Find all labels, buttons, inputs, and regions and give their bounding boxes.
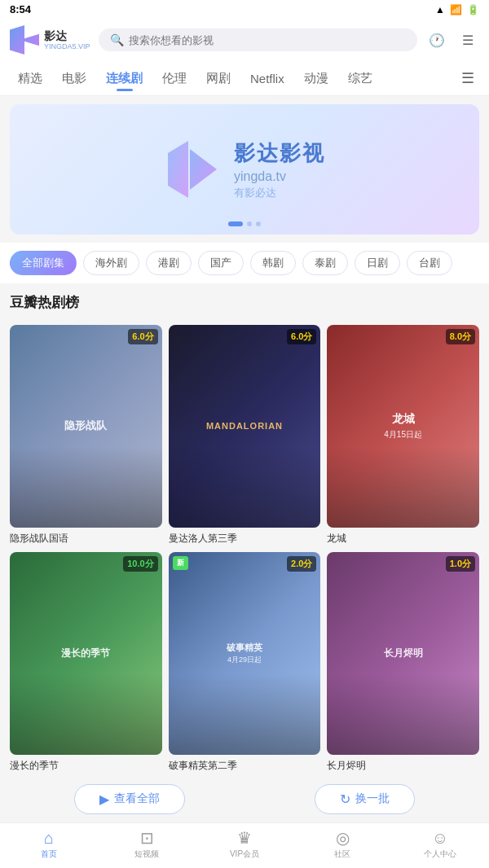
nav-tabs: 精选 电影 连续剧 伦理 网剧 Netflix 动漫 综艺 ☰ (0, 61, 489, 96)
banner-url: yingda.tv (234, 169, 325, 184)
nav-profile[interactable]: ☺ 个人中心 (391, 823, 489, 868)
banner-logo-icon (164, 141, 221, 198)
movie-thumb-4: 漫长的季节 10.0分 (10, 552, 162, 755)
logo-sub: YINGDA5.VIP (44, 42, 90, 50)
home-icon: ⌂ (44, 830, 54, 846)
score-4: 10.0分 (123, 556, 157, 572)
dot-2 (247, 221, 252, 226)
movie-thumb-2: MANDALORIAN 6.0分 (169, 325, 321, 528)
nav-shorts[interactable]: ⊡ 短视频 (98, 823, 196, 868)
bottom-nav: ⌂ 首页 ⊡ 短视频 ♛ VIP会员 ◎ 社区 ☺ 个人中心 (0, 822, 489, 868)
filter-han[interactable]: 韩剧 (250, 251, 296, 275)
refresh-icon: ↻ (340, 791, 350, 807)
search-input[interactable] (129, 34, 406, 46)
next-batch-button[interactable]: ↻ 换一批 (315, 784, 415, 814)
tab-dianying[interactable]: 电影 (52, 68, 96, 90)
battery-icon: 🔋 (467, 4, 479, 15)
movie-thumb-5: 新 破事精英4月29日起 2.0分 (169, 552, 321, 755)
profile-icon: ☺ (432, 830, 448, 846)
score-1: 6.0分 (128, 329, 157, 344)
filter-tai[interactable]: 泰剧 (302, 251, 348, 275)
tab-jingxuan[interactable]: 精选 (8, 68, 52, 90)
header: 影达 YINGDA5.VIP 🔍 🕐 ☰ (0, 19, 489, 61)
filter-guochan[interactable]: 国产 (198, 251, 244, 275)
thumb-text-3: 龙城4月15日起 (384, 412, 422, 441)
banner-text-area: 影达影视 yingda.tv 有影必达 (234, 139, 325, 200)
shorts-icon: ⊡ (140, 830, 154, 846)
movie-card-2[interactable]: MANDALORIAN 6.0分 曼达洛人第三季 (169, 325, 321, 546)
action-row: ▶ 查看全部 ↻ 换一批 (0, 773, 489, 826)
movie-card-5[interactable]: 新 破事精英4月29日起 2.0分 破事精英第二季 (169, 552, 321, 773)
filter-haiwai[interactable]: 海外剧 (83, 251, 139, 275)
status-icons: ▲ 📶 🔋 (435, 4, 479, 15)
score-5: 2.0分 (287, 556, 316, 572)
score-2: 6.0分 (287, 329, 316, 344)
play-icon: ▶ (99, 791, 109, 807)
thumb-text-4: 漫长的季节 (61, 647, 110, 660)
logo-icon (10, 25, 39, 55)
logo-name: 影达 (44, 29, 90, 43)
movie-title-3: 龙城 (327, 532, 479, 546)
filter-row: 全部剧集 海外剧 港剧 国产 韩剧 泰剧 日剧 台剧 (0, 243, 489, 283)
movie-title-4: 漫长的季节 (10, 759, 162, 773)
douban-section-title: 豆瓣热剧榜 (10, 293, 479, 312)
header-icons: 🕐 ☰ (425, 28, 479, 51)
history-icon[interactable]: 🕐 (425, 28, 448, 51)
status-bar: 8:54 ▲ 📶 🔋 (0, 0, 489, 19)
thumb-text-1: 隐形战队 (64, 419, 107, 433)
thumb-text-6: 长月烬明 (384, 647, 423, 660)
nav-profile-label: 个人中心 (424, 848, 456, 860)
movie-title-2: 曼达洛人第三季 (169, 532, 321, 546)
dot-1 (228, 221, 243, 226)
filter-gang[interactable]: 港剧 (146, 251, 192, 275)
score-3: 8.0分 (446, 329, 475, 344)
nav-more-icon[interactable]: ☰ (455, 66, 481, 90)
banner-content: 影达影视 yingda.tv 有影必达 (164, 139, 325, 200)
new-badge: 新 (173, 556, 188, 570)
search-icon: 🔍 (110, 33, 124, 46)
svg-marker-0 (168, 141, 188, 198)
banner-dots (228, 221, 261, 226)
banner[interactable]: 影达影视 yingda.tv 有影必达 (10, 104, 479, 235)
tab-dongman[interactable]: 动漫 (294, 68, 338, 90)
movie-card-1[interactable]: 隐形战队 6.0分 隐形战队国语 (10, 325, 162, 546)
movie-card-4[interactable]: 漫长的季节 10.0分 漫长的季节 (10, 552, 162, 773)
tab-netflix[interactable]: Netflix (240, 68, 294, 89)
tab-zongyi[interactable]: 综艺 (338, 68, 382, 90)
banner-slogan: 有影必达 (234, 186, 325, 200)
nav-vip-label: VIP会员 (230, 848, 259, 860)
tab-lunli[interactable]: 伦理 (152, 68, 196, 90)
nav-home-label: 首页 (41, 848, 57, 860)
nav-community-label: 社区 (334, 848, 350, 860)
filter-ri[interactable]: 日剧 (355, 251, 400, 275)
movie-card-3[interactable]: 龙城4月15日起 8.0分 龙城 (327, 325, 479, 546)
banner-title: 影达影视 (234, 139, 325, 168)
next-batch-label: 换一批 (355, 791, 390, 806)
signal-icon: 📶 (450, 4, 462, 15)
movie-thumb-3: 龙城4月15日起 8.0分 (327, 325, 479, 528)
score-6: 1.0分 (446, 556, 475, 572)
douban-grid: 隐形战队 6.0分 隐形战队国语 MANDALORIAN 6.0分 曼达洛人第三… (0, 325, 489, 773)
wifi-icon: ▲ (435, 4, 445, 15)
view-all-label: 查看全部 (114, 791, 160, 806)
movie-card-6[interactable]: 长月烬明 1.0分 长月烬明 (327, 552, 479, 773)
search-bar[interactable]: 🔍 (99, 28, 417, 51)
dot-3 (256, 221, 261, 226)
movie-thumb-6: 长月烬明 1.0分 (327, 552, 479, 755)
nav-community[interactable]: ◎ 社区 (293, 823, 391, 868)
nav-vip[interactable]: ♛ VIP会员 (196, 823, 293, 868)
tab-wangju[interactable]: 网剧 (196, 68, 240, 90)
filter-all[interactable]: 全部剧集 (10, 251, 77, 275)
status-time: 8:54 (10, 3, 31, 15)
movie-title-6: 长月烬明 (327, 759, 479, 773)
view-all-button[interactable]: ▶ 查看全部 (74, 784, 185, 814)
menu-icon[interactable]: ☰ (456, 28, 479, 51)
nav-shorts-label: 短视频 (134, 848, 159, 860)
tab-lianxuju[interactable]: 连续剧 (96, 68, 152, 90)
movie-title-5: 破事精英第二季 (169, 759, 321, 773)
community-icon: ◎ (336, 830, 350, 846)
filter-taiwan[interactable]: 台剧 (407, 251, 452, 275)
nav-home[interactable]: ⌂ 首页 (0, 823, 98, 868)
douban-section: 豆瓣热剧榜 (0, 283, 489, 325)
vip-icon: ♛ (237, 830, 252, 846)
